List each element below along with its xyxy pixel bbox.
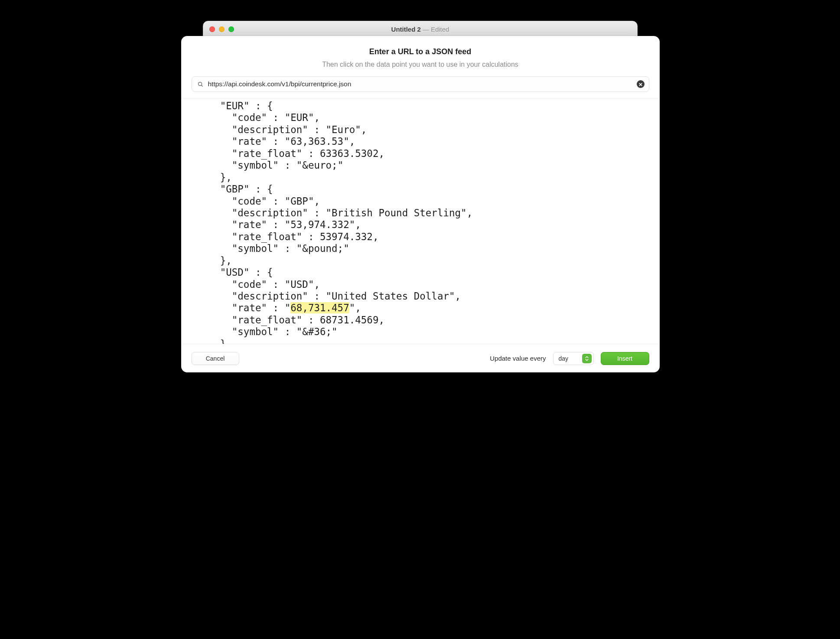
- clear-url-button[interactable]: [637, 80, 645, 88]
- document-name: Untitled 2: [391, 26, 421, 33]
- json-value[interactable]: United States Dollar: [332, 290, 449, 302]
- search-icon: [197, 81, 204, 88]
- json-key[interactable]: GBP: [226, 183, 244, 195]
- url-input[interactable]: [208, 80, 632, 88]
- insert-button[interactable]: Insert: [601, 352, 649, 365]
- json-key[interactable]: description: [238, 207, 302, 218]
- window-controls: [203, 26, 234, 32]
- json-feed-sheet: Enter a URL to a JSON feed Then click on…: [181, 36, 660, 372]
- json-key[interactable]: USD: [226, 267, 244, 278]
- json-key[interactable]: rate: [238, 302, 261, 313]
- json-key[interactable]: code: [238, 279, 261, 290]
- json-key[interactable]: rate_float: [238, 231, 296, 242]
- json-key[interactable]: rate_float: [238, 314, 296, 326]
- json-key[interactable]: rate_float: [238, 148, 296, 159]
- json-value-selected[interactable]: 68,731.457: [290, 302, 349, 313]
- json-value[interactable]: Euro: [332, 124, 355, 135]
- json-key[interactable]: description: [238, 124, 302, 135]
- update-interval-select[interactable]: day: [553, 352, 594, 365]
- update-interval-label: Update value every: [490, 355, 546, 362]
- json-key[interactable]: description: [238, 290, 302, 302]
- json-key[interactable]: code: [238, 196, 261, 207]
- zoom-window-button[interactable]: [228, 26, 234, 32]
- json-value[interactable]: 53974.332: [320, 231, 373, 242]
- json-value[interactable]: EUR: [290, 112, 308, 123]
- sheet-subtitle: Then click on the data point you want to…: [181, 61, 660, 68]
- json-value[interactable]: British Pound Sterling: [332, 207, 461, 218]
- svg-line-1: [201, 85, 202, 86]
- json-value[interactable]: &pound;: [302, 243, 343, 254]
- json-key[interactable]: symbol: [238, 243, 273, 254]
- json-key[interactable]: rate: [238, 136, 261, 147]
- json-key[interactable]: rate: [238, 219, 261, 230]
- json-key[interactable]: symbol: [238, 160, 273, 171]
- json-key[interactable]: symbol: [238, 326, 273, 337]
- update-interval-value: day: [559, 355, 569, 362]
- json-value[interactable]: &euro;: [302, 160, 337, 171]
- json-value[interactable]: USD: [290, 279, 308, 290]
- cancel-button[interactable]: Cancel: [192, 352, 239, 365]
- json-key[interactable]: EUR: [226, 100, 244, 111]
- json-value[interactable]: 63363.5302: [320, 148, 378, 159]
- json-preview[interactable]: "EUR" : { "code" : "EUR", "description" …: [181, 98, 660, 344]
- json-value[interactable]: &#36;: [302, 326, 332, 337]
- close-icon: [639, 81, 642, 88]
- json-value[interactable]: 68731.4569: [320, 314, 378, 326]
- svg-point-0: [198, 82, 202, 85]
- json-value[interactable]: 63,363.53: [290, 136, 343, 147]
- minimize-window-button[interactable]: [219, 26, 225, 32]
- document-window-titlebar: Untitled 2—Edited: [203, 21, 638, 37]
- url-field-container: [192, 76, 649, 92]
- json-value[interactable]: GBP: [290, 196, 308, 207]
- json-value[interactable]: 53,974.332: [290, 219, 349, 230]
- close-window-button[interactable]: [209, 26, 215, 32]
- sheet-footer: Cancel Update value every day Insert: [181, 344, 660, 372]
- edited-indicator: Edited: [431, 26, 449, 33]
- window-title: Untitled 2—Edited: [234, 26, 607, 33]
- json-key[interactable]: code: [238, 112, 261, 123]
- sheet-title: Enter a URL to a JSON feed: [181, 47, 660, 56]
- chevron-up-down-icon: [582, 354, 592, 363]
